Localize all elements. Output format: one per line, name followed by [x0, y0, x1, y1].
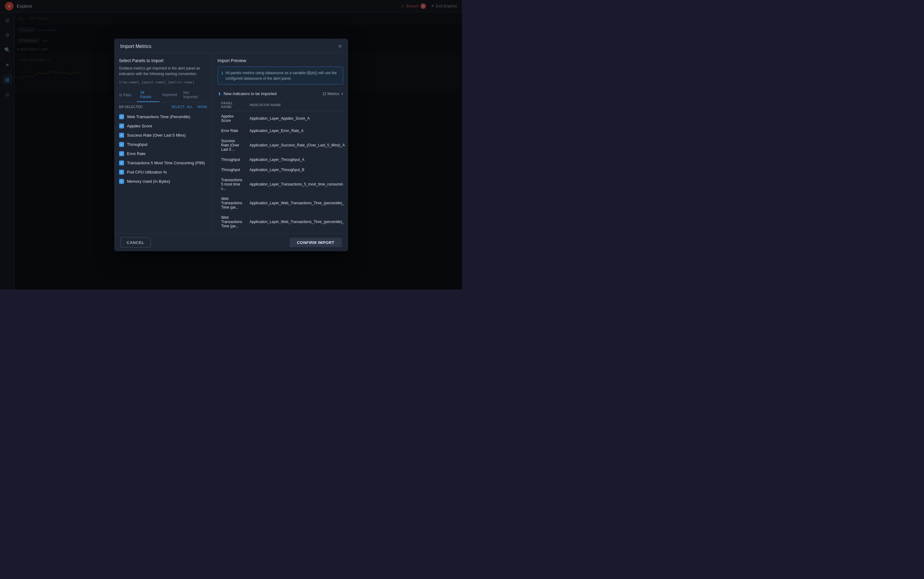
select-panels-desc: Grafana metrics get imported in the aler…: [119, 65, 208, 76]
tab-imported[interactable]: Imported: [159, 90, 180, 100]
checkbox-label: Success Rate (Over Last 5 Mins): [127, 133, 186, 137]
right-panel-header: Import Preview ℹ All panels metrics usin…: [213, 53, 348, 88]
preview-table-container: Panel Name Indicator Name Appdex Score A…: [213, 98, 348, 233]
checkbox-throughput[interactable]: ✓: [119, 142, 124, 147]
modal-footer: CANCEL CONFIRM IMPORT: [114, 233, 348, 251]
filter-tabs-row: ⊟ Filter All Panels Imported Not Importe…: [114, 88, 212, 102]
table-row: Throughput Application_Layer_Throughput_…: [218, 154, 348, 165]
cell-indicator: Application_Layer_Web_Transactions_Time_…: [246, 193, 348, 212]
checkbox-memory[interactable]: ✓: [119, 179, 124, 184]
cell-indicator: Application_Layer_Web_Transactions_Time_…: [246, 212, 348, 231]
checkbox-label: Memory Used (In Bytes): [127, 179, 170, 184]
cell-indicator: Application_Layer_Throughput_B: [246, 165, 348, 175]
table-row: Web Transactions Time (pe... Application…: [218, 193, 348, 212]
indicators-title: New indicators to be imported: [224, 92, 277, 96]
cell-panel: Throughput: [218, 154, 246, 165]
filter-icon: ⊟: [119, 93, 122, 97]
tab-all-panels-label: All Panels: [140, 90, 151, 99]
list-item[interactable]: ✓ Transactions 5 Most Time Consuming (P9…: [119, 158, 208, 167]
checkbox-appdex[interactable]: ✓: [119, 123, 124, 128]
checkbox-success-rate[interactable]: ✓: [119, 132, 124, 137]
cancel-button[interactable]: CANCEL: [120, 237, 151, 247]
table-row: Transactions 5 most time c... Applicatio…: [218, 175, 348, 193]
list-item[interactable]: ✓ Throughput: [119, 140, 208, 149]
indicators-title-row: ⬇ New indicators to be imported: [218, 91, 277, 96]
right-panel: Import Preview ℹ All panels metrics usin…: [213, 53, 348, 233]
table-row: Error Rate Application_Layer_Error_Rate_…: [218, 126, 348, 136]
table-row: Throughput Application_Layer_Throughput_…: [218, 165, 348, 175]
select-panels-title: Select Panels to Import: [119, 58, 208, 63]
select-label: SELECT:: [171, 105, 185, 108]
checkbox-label: Pod CPU Utilization %: [127, 170, 167, 175]
import-preview-title: Import Preview: [218, 58, 343, 63]
cell-panel: Success Rate (Over Last 5 ...: [218, 136, 246, 154]
info-banner: ℹ All panels metrics using datasource as…: [218, 67, 343, 84]
import-metrics-modal: Import Metrics ✕ Select Panels to Import…: [114, 38, 348, 251]
checkbox-web-transactions[interactable]: ✓: [119, 114, 124, 119]
checkbox-error-rate[interactable]: ✓: [119, 151, 124, 156]
cell-indicator: Application_Layer_Success_Rate_(Over_Las…: [246, 136, 348, 154]
tab-all-panels[interactable]: All Panels: [137, 88, 159, 102]
naming-convention: [row-name]_[panel-name]_[metric-name]: [119, 80, 208, 84]
cell-indicator: Application_Layer_Error_Rate_A: [246, 126, 348, 136]
tab-not-imported[interactable]: Not Imported: [180, 88, 207, 102]
cell-panel: Error Rate: [218, 126, 246, 136]
preview-table: Panel Name Indicator Name Appdex Score A…: [218, 98, 348, 231]
checkbox-pod-cpu[interactable]: ✓: [119, 170, 124, 175]
indicators-header[interactable]: ⬇ New indicators to be imported 12 Metri…: [218, 88, 343, 98]
indicators-section: ⬇ New indicators to be imported 12 Metri…: [213, 88, 348, 98]
left-panel: Select Panels to Import Grafana metrics …: [114, 53, 213, 233]
cell-panel: Web Transactions Time (pe...: [218, 193, 246, 212]
cell-panel: Web Transactions Time (pe...: [218, 212, 246, 231]
info-icon: ℹ: [221, 70, 223, 76]
modal-body: Select Panels to Import Grafana metrics …: [114, 53, 348, 233]
select-none-link[interactable]: NONE: [198, 105, 208, 108]
table-row: Web Transactions Time (pe... Application…: [218, 212, 348, 231]
chevron-down-icon: ▾: [341, 92, 343, 96]
cell-panel: Transactions 5 most time c...: [218, 175, 246, 193]
checkbox-transactions-p99[interactable]: ✓: [119, 160, 124, 165]
select-all-link[interactable]: ALL: [187, 105, 193, 108]
cell-panel: Throughput: [218, 165, 246, 175]
confirm-import-button[interactable]: CONFIRM IMPORT: [290, 237, 342, 247]
checkbox-label: Throughput: [127, 142, 148, 147]
modal-header: Import Metrics ✕: [114, 38, 348, 53]
checkbox-list: ✓ Web Transactions Time (Percentile) ✓ A…: [114, 111, 212, 233]
left-panel-header: Select Panels to Import Grafana metrics …: [114, 53, 212, 88]
modal-close-button[interactable]: ✕: [338, 44, 342, 49]
col-panel-name: Panel Name: [218, 98, 246, 111]
cell-indicator: Application_Layer_Throughput_A: [246, 154, 348, 165]
table-row: Success Rate (Over Last 5 ... Applicatio…: [218, 136, 348, 154]
col-indicator-name: Indicator Name: [246, 98, 348, 111]
cell-panel: Appdex Score: [218, 111, 246, 126]
selection-info: 8/8 SELECTED SELECT: ALL / NONE: [114, 102, 212, 111]
tab-not-imported-label: Not Imported: [183, 90, 198, 99]
list-item[interactable]: ✓ Error Rate: [119, 149, 208, 158]
table-row: Appdex Score Application_Layer_Appdex_Sc…: [218, 111, 348, 126]
checkbox-label: Appdex Score: [127, 124, 152, 128]
tab-imported-label: Imported: [162, 92, 177, 96]
checkbox-label: Error Rate: [127, 151, 146, 156]
modal-title: Import Metrics: [120, 43, 151, 49]
filter-button[interactable]: ⊟ Filter: [119, 90, 135, 99]
cell-indicator: Application_Layer_Transactions_5_most_ti…: [246, 175, 348, 193]
selected-count: 8/8 SELECTED: [119, 105, 143, 108]
select-links: SELECT: ALL / NONE: [171, 105, 207, 108]
list-item[interactable]: ✓ Appdex Score: [119, 121, 208, 131]
checkbox-label: Transactions 5 Most Time Consuming (P99): [127, 160, 205, 165]
filter-label: Filter: [123, 93, 132, 97]
list-item[interactable]: ✓ Success Rate (Over Last 5 Mins): [119, 131, 208, 140]
cell-indicator: Application_Layer_Appdex_Score_A: [246, 111, 348, 126]
download-icon: ⬇: [218, 91, 221, 96]
list-item[interactable]: ✓ Web Transactions Time (Percentile): [119, 112, 208, 121]
metrics-count: 12 Metrics: [322, 92, 339, 96]
info-text: All panels metrics using datasource as a…: [226, 70, 339, 81]
list-item[interactable]: ✓ Memory Used (In Bytes): [119, 177, 208, 186]
checkbox-label: Web Transactions Time (Percentile): [127, 114, 190, 119]
list-item[interactable]: ✓ Pod CPU Utilization %: [119, 167, 208, 177]
